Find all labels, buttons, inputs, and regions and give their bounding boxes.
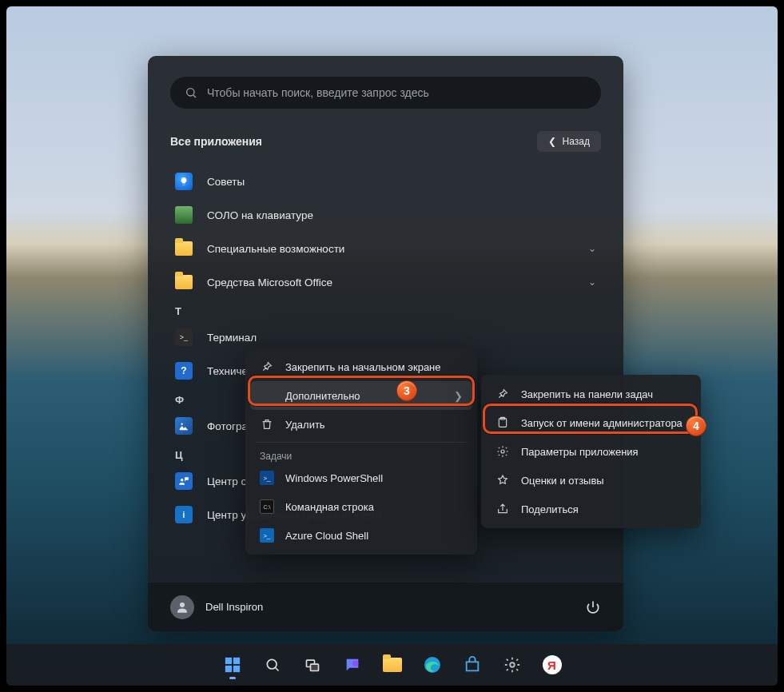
svg-point-7 [501, 450, 504, 453]
gear-icon [495, 444, 510, 459]
azure-icon: >_ [260, 528, 274, 543]
keyboard-icon [175, 206, 193, 224]
search-icon [185, 86, 197, 99]
taskbar-search-button[interactable] [256, 648, 289, 682]
ctx-app-settings[interactable]: Параметры приложения [486, 437, 696, 466]
ctx-share[interactable]: Поделиться [486, 495, 696, 523]
shield-icon [495, 416, 510, 430]
ctx-tasks-header: Задачи [250, 446, 472, 463]
chevron-left-icon: ❮ [548, 136, 556, 147]
ctx-pin-taskbar[interactable]: Закрепить на панели задач [486, 380, 696, 408]
ctx-more[interactable]: Дополнительно ❯ [250, 381, 472, 410]
taskbar-explorer-button[interactable] [376, 648, 409, 682]
ctx-reviews[interactable]: Оценки и отзывы [486, 466, 696, 495]
section-letter-t[interactable]: Т [170, 299, 601, 320]
svg-rect-10 [225, 666, 231, 672]
taskbar-edge-button[interactable] [416, 648, 449, 682]
feedback-icon [175, 472, 193, 490]
svg-point-16 [352, 661, 358, 666]
chevron-right-icon: ❯ [454, 390, 463, 402]
star-icon [495, 473, 510, 487]
ctx-run-admin[interactable]: Запуск от имени администратора [486, 408, 696, 437]
share-icon [495, 502, 510, 516]
svg-rect-9 [233, 658, 239, 664]
svg-rect-8 [225, 658, 231, 664]
terminal-icon: >_ [175, 328, 193, 346]
app-label: СОЛО на клавиатуре [207, 209, 313, 221]
svg-rect-11 [233, 666, 239, 672]
search-placeholder: Чтобы начать поиск, введите запрос здесь [207, 86, 429, 99]
taskbar-settings-button[interactable] [495, 648, 529, 682]
ctx-label: Оценки и отзывы [521, 475, 604, 487]
app-label: Техниче [207, 365, 248, 377]
ctx-label: Дополнительно [285, 390, 360, 402]
ctx-pin-start[interactable]: Закрепить на начальном экране [250, 352, 472, 381]
context-menu-submenu: Закрепить на панели задач Запуск от имен… [481, 375, 701, 528]
back-button[interactable]: ❮ Назад [537, 131, 601, 152]
svg-point-4 [180, 603, 185, 607]
ctx-label: Azure Cloud Shell [285, 530, 368, 542]
taskbar-store-button[interactable] [456, 648, 489, 682]
blank-icon [260, 388, 274, 403]
intel-icon: i [175, 506, 193, 523]
ctx-label: Windows PowerShell [285, 472, 383, 484]
ctx-label: Удалить [285, 419, 325, 431]
photos-icon [175, 417, 193, 435]
powershell-icon: >_ [260, 471, 274, 485]
all-apps-heading: Все приложения [170, 135, 262, 148]
app-label: Центр о [207, 475, 247, 487]
user-account-button[interactable]: Dell Inspiron [170, 595, 263, 619]
ctx-task-cmd[interactable]: C:\ Командная строка [250, 492, 472, 521]
ctx-task-powershell[interactable]: >_ Windows PowerShell [250, 463, 472, 492]
ctx-task-azure[interactable]: >_ Azure Cloud Shell [250, 521, 472, 550]
svg-point-3 [181, 479, 184, 482]
app-office-folder[interactable]: Средства Microsoft Office ⌄ [170, 265, 601, 299]
power-button[interactable] [585, 599, 601, 615]
folder-icon [175, 273, 193, 291]
svg-point-0 [187, 89, 194, 96]
separator [255, 442, 468, 443]
taskbar-taskview-button[interactable] [296, 648, 329, 682]
app-accessibility-folder[interactable]: Специальные возможности ⌄ [170, 232, 601, 265]
trash-icon [260, 417, 274, 432]
app-solo[interactable]: СОЛО на клавиатуре [170, 198, 601, 232]
support-icon: ? [175, 362, 193, 380]
taskbar-chat-button[interactable] [336, 648, 369, 682]
search-icon [265, 657, 281, 673]
folder-icon [175, 240, 193, 257]
windows-icon [224, 656, 241, 674]
ctx-label: Командная строка [285, 501, 374, 513]
app-tips[interactable]: Советы [170, 165, 601, 198]
folder-icon [383, 658, 402, 672]
search-input[interactable]: Чтобы начать поиск, введите запрос здесь [170, 77, 601, 109]
pin-icon [495, 387, 510, 401]
taskview-icon [304, 657, 320, 673]
taskbar-start-button[interactable] [216, 648, 249, 682]
annotation-badge-3: 3 [396, 380, 417, 401]
ctx-label: Поделиться [521, 503, 579, 515]
svg-point-12 [267, 659, 277, 669]
app-label: Фотогра [207, 420, 248, 432]
app-label: Средства Microsoft Office [207, 276, 332, 288]
ctx-label: Закрепить на начальном экране [285, 361, 441, 373]
chevron-down-icon: ⌄ [588, 243, 596, 254]
yandex-icon: Я [543, 655, 562, 674]
svg-point-18 [510, 662, 515, 667]
cmd-icon: C:\ [260, 499, 274, 514]
taskbar-yandex-button[interactable]: Я [535, 648, 569, 682]
svg-rect-15 [310, 664, 318, 670]
chevron-down-icon: ⌄ [588, 276, 596, 288]
annotation-badge-4: 4 [686, 416, 706, 436]
svg-line-1 [193, 95, 196, 97]
edge-icon [423, 655, 442, 674]
ctx-uninstall[interactable]: Удалить [250, 410, 472, 439]
start-footer: Dell Inspiron [148, 582, 623, 631]
tips-icon [175, 173, 193, 190]
ctx-label: Запуск от имени администратора [521, 417, 683, 429]
app-label: Терминал [207, 332, 257, 344]
taskbar: Я [6, 644, 778, 686]
context-menu-primary: Закрепить на начальном экране Дополнител… [245, 348, 477, 555]
pin-icon [260, 360, 274, 374]
ctx-label: Параметры приложения [521, 446, 639, 458]
svg-line-13 [275, 668, 278, 671]
